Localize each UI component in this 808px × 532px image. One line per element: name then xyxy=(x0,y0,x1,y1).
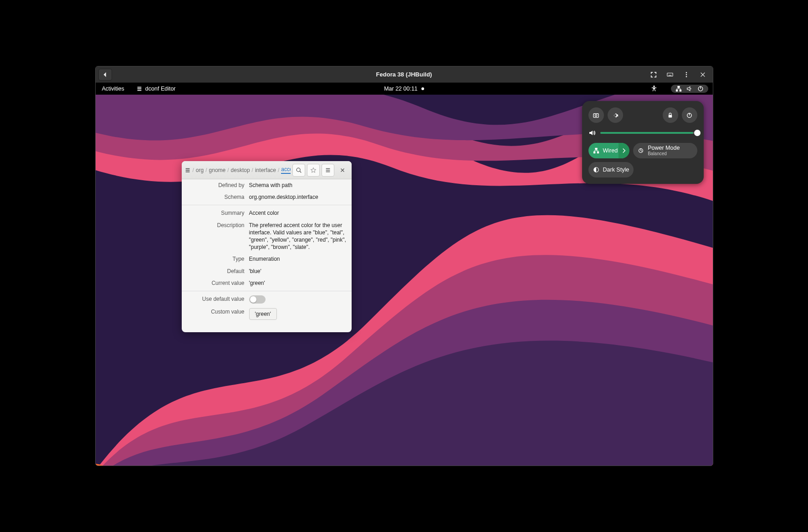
gear-icon xyxy=(612,112,619,119)
star-icon xyxy=(310,167,317,173)
hamburger-button[interactable] xyxy=(322,164,334,177)
svg-point-13 xyxy=(595,114,597,116)
keyboard-icon xyxy=(667,71,673,78)
bookmark-button[interactable] xyxy=(307,164,320,177)
power-mode-icon xyxy=(638,147,644,154)
svg-rect-6 xyxy=(677,86,680,88)
value-defined-by: Schema with path xyxy=(249,182,347,189)
fullscreen-button[interactable] xyxy=(647,69,660,81)
network-expand-button[interactable] xyxy=(619,143,629,158)
label-type: Type xyxy=(186,255,245,263)
value-schema: org.gnome.desktop.interface xyxy=(249,193,347,201)
path-seg-gnome[interactable]: gnome xyxy=(209,167,226,173)
svg-rect-1 xyxy=(668,75,671,75)
svg-rect-18 xyxy=(597,152,598,153)
label-description: Description xyxy=(186,222,245,251)
power-icon xyxy=(697,86,704,92)
settings-button[interactable] xyxy=(608,107,623,123)
volume-icon xyxy=(686,86,693,92)
notification-dot-icon xyxy=(421,87,424,90)
app-menu[interactable]: dconf Editor xyxy=(134,85,178,93)
chevron-right-icon xyxy=(621,148,627,153)
close-vm-button[interactable] xyxy=(696,69,709,81)
svg-rect-16 xyxy=(595,148,597,150)
svg-rect-17 xyxy=(593,152,595,153)
path-seg-interface[interactable]: interface xyxy=(255,167,276,173)
screenshot-button[interactable] xyxy=(588,107,604,123)
quick-settings-popover: Wired Power Mode Balanced Dark Style xyxy=(582,101,704,184)
label-schema: Schema xyxy=(186,193,245,201)
power-mode-sub: Balanced xyxy=(648,152,680,156)
value-default: 'blue' xyxy=(249,268,347,275)
tune-icon xyxy=(184,167,191,173)
desktop: / org / gnome / desktop / interface / ac… xyxy=(96,95,713,466)
dark-style-pill[interactable]: Dark Style xyxy=(588,162,634,177)
svg-rect-7 xyxy=(675,90,677,91)
vm-title: Fedora 38 (JHBuild) xyxy=(376,71,432,78)
volume-handle[interactable] xyxy=(694,130,701,136)
clock[interactable]: Mar 22 00:11 xyxy=(382,85,426,93)
menu-button[interactable] xyxy=(680,69,693,81)
use-default-toggle[interactable] xyxy=(249,295,266,304)
activities-button[interactable]: Activities xyxy=(100,85,126,93)
svg-point-5 xyxy=(653,85,655,87)
dark-style-label: Dark Style xyxy=(603,167,629,173)
vm-titlebar: Fedora 38 (JHBuild) xyxy=(96,66,713,83)
dconf-headerbar: / org / gnome / desktop / interface / ac… xyxy=(182,161,352,179)
fullscreen-icon xyxy=(650,71,657,78)
svg-rect-8 xyxy=(679,90,681,91)
system-status-area[interactable] xyxy=(671,85,708,93)
path-seg-org[interactable]: org xyxy=(196,167,204,173)
power-icon xyxy=(686,112,693,119)
volume-slider-row xyxy=(588,129,697,137)
label-summary: Summary xyxy=(186,209,245,217)
path-seg-key[interactable]: acce… color xyxy=(281,166,290,174)
label-current: Current value xyxy=(186,279,245,287)
power-mode-pill[interactable]: Power Mode Balanced xyxy=(633,143,697,158)
volume-icon xyxy=(588,129,596,137)
network-wired-icon xyxy=(593,147,599,154)
svg-point-11 xyxy=(297,168,300,172)
power-mode-title: Power Mode xyxy=(648,145,680,152)
lock-button[interactable] xyxy=(663,107,678,123)
close-icon xyxy=(700,71,706,78)
dconf-editor-window: / org / gnome / desktop / interface / ac… xyxy=(182,161,352,332)
svg-point-4 xyxy=(685,76,687,77)
label-use-default: Use default value xyxy=(186,295,245,304)
gnome-topbar: Activities dconf Editor Mar 22 00:11 xyxy=(96,83,713,95)
wired-label: Wired xyxy=(603,147,618,154)
label-custom: Custom value xyxy=(186,308,245,320)
svg-rect-14 xyxy=(669,115,672,117)
value-type: Enumeration xyxy=(249,255,347,263)
svg-point-2 xyxy=(685,72,687,73)
network-wired-pill[interactable]: Wired xyxy=(588,143,624,158)
accessibility-menu[interactable] xyxy=(649,84,659,94)
value-description: The preferred accent color for the user … xyxy=(249,222,347,251)
path-seg-desktop[interactable]: desktop xyxy=(231,167,250,173)
dark-style-icon xyxy=(593,167,599,173)
label-defined-by: Defined by xyxy=(186,182,245,189)
accessibility-icon xyxy=(651,85,657,91)
value-summary: Accent color xyxy=(249,209,347,217)
app-menu-label: dconf Editor xyxy=(145,86,176,92)
close-window-button[interactable] xyxy=(336,164,349,177)
label-default: Default xyxy=(186,268,245,275)
close-icon xyxy=(339,167,346,173)
dconf-app-icon xyxy=(136,86,143,92)
svg-rect-0 xyxy=(667,73,672,76)
pathbar: / org / gnome / desktop / interface / ac… xyxy=(184,166,291,174)
dconf-body: Defined by Schema with path Schema org.g… xyxy=(182,179,352,322)
keyboard-button[interactable] xyxy=(664,69,676,81)
kebab-icon xyxy=(683,71,690,78)
power-button[interactable] xyxy=(682,107,697,123)
hamburger-icon xyxy=(325,167,331,173)
volume-slider[interactable] xyxy=(600,132,697,134)
back-button[interactable] xyxy=(98,69,112,81)
svg-point-3 xyxy=(685,74,687,75)
search-button[interactable] xyxy=(292,164,305,177)
value-current: 'green' xyxy=(249,279,347,287)
screenshot-icon xyxy=(593,112,599,119)
custom-value-button[interactable]: 'green' xyxy=(249,308,277,320)
svg-rect-12 xyxy=(593,113,598,117)
chevron-left-icon xyxy=(102,71,108,78)
